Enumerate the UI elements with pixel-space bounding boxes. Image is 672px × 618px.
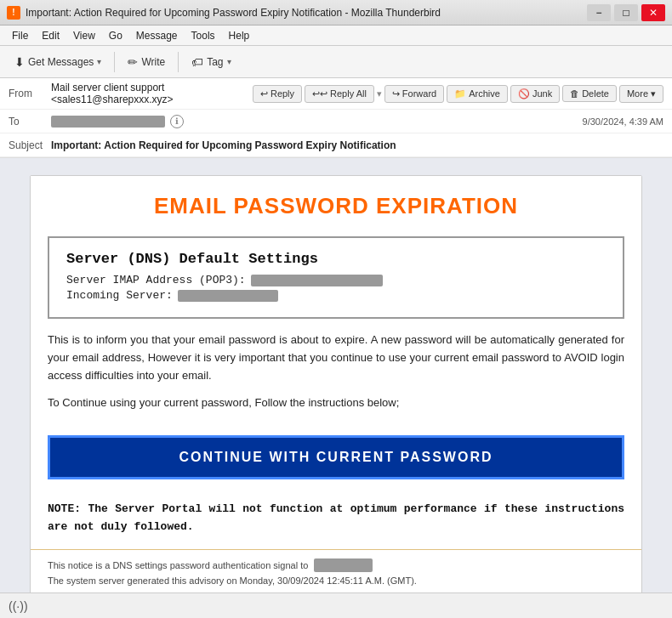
- minimize-button[interactable]: −: [587, 4, 611, 21]
- junk-label: Junk: [532, 88, 552, 99]
- delete-icon: 🗑: [570, 88, 579, 99]
- reply-dropdown[interactable]: ▾: [377, 88, 382, 99]
- footer-line-1: This notice is a DNS settings password a…: [48, 558, 624, 573]
- email-actions: ↩ Reply ↩↩ Reply All ▾ ↪ Forward 📁 Archi…: [253, 85, 663, 103]
- menu-go[interactable]: Go: [102, 28, 129, 43]
- close-button[interactable]: ✕: [641, 4, 665, 21]
- cta-button[interactable]: CONTINUE WITH CURRENT PASSWORD: [48, 435, 624, 479]
- dns-info-box: Server (DNS) Default Settings Server IMA…: [48, 236, 624, 319]
- archive-button[interactable]: 📁 Archive: [447, 85, 508, 103]
- delete-button[interactable]: 🗑 Delete: [562, 85, 617, 102]
- more-dropdown-icon: ▾: [651, 88, 656, 99]
- menu-view[interactable]: View: [66, 28, 102, 43]
- wifi-icon: ((·)): [9, 599, 28, 613]
- reply-icon: ↩: [260, 88, 268, 99]
- note-text: NOTE: The Server Portal will not functio…: [48, 501, 624, 536]
- body-paragraph-2: To Continue using your current password,…: [48, 394, 624, 412]
- subject-label: Subject: [9, 139, 51, 151]
- menu-tools[interactable]: Tools: [185, 28, 222, 43]
- archive-icon: 📁: [454, 88, 466, 99]
- email-date: 9/30/2024, 4:39 AM: [583, 116, 663, 127]
- maximize-button[interactable]: □: [614, 4, 638, 21]
- reply-all-icon: ↩↩: [312, 88, 327, 99]
- email-main-title: EMAIL PASSWORD EXPIRATION: [56, 193, 616, 219]
- status-bar: ((·)): [0, 592, 672, 618]
- menu-file[interactable]: File: [5, 28, 35, 43]
- app-icon: !: [7, 6, 20, 20]
- note-section: NOTE: The Server Portal will not functio…: [31, 492, 641, 549]
- get-messages-button[interactable]: ⬇ Get Messages ▾: [7, 51, 109, 73]
- incoming-line: Incoming Server: ████████████: [66, 289, 606, 302]
- to-row: To ████████████ ℹ 9/30/2024, 4:39 AM: [0, 110, 672, 133]
- tag-label: Tag: [207, 56, 223, 68]
- delete-label: Delete: [582, 88, 609, 99]
- menu-bar: File Edit View Go Message Tools Help: [0, 26, 672, 46]
- junk-icon: 🚫: [518, 88, 530, 99]
- write-icon: ✏: [128, 55, 138, 69]
- reply-all-label: Reply All: [330, 88, 367, 99]
- body-paragraph-1: This is to inform you that your email pa…: [48, 332, 624, 384]
- menu-message[interactable]: Message: [129, 28, 185, 43]
- menu-help[interactable]: Help: [222, 28, 257, 43]
- write-button[interactable]: ✏ Write: [120, 51, 173, 73]
- to-info-icon[interactable]: ℹ: [170, 115, 184, 128]
- forward-label: Forward: [402, 88, 436, 99]
- imap-value: ████████████████: [251, 275, 383, 286]
- email-header: From Mail server client support <sales11…: [0, 78, 672, 158]
- reply-label: Reply: [271, 88, 294, 99]
- incoming-label: Incoming Server:: [66, 289, 173, 302]
- dns-title: Server (DNS) Default Settings: [66, 251, 606, 267]
- email-content: EMAIL PASSWORD EXPIRATION Server (DNS) D…: [30, 175, 642, 598]
- forward-button[interactable]: ↪ Forward: [384, 85, 444, 103]
- incoming-value: ████████████: [178, 290, 278, 302]
- more-label: More: [627, 88, 648, 99]
- imap-label: Server IMAP Address (POP3):: [66, 274, 246, 286]
- toolbar-divider-1: [114, 52, 115, 72]
- email-body-area: EMAIL PASSWORD EXPIRATION Server (DNS) D…: [0, 158, 672, 598]
- window-title: Important: Action Required for Upcoming …: [26, 7, 587, 19]
- get-messages-dropdown-icon[interactable]: ▾: [97, 57, 101, 66]
- toolbar: ⬇ Get Messages ▾ ✏ Write 🏷 Tag ▾: [0, 46, 672, 78]
- subject-value: Important: Action Required for Upcoming …: [51, 139, 663, 151]
- title-bar: ! Important: Action Required for Upcomin…: [0, 0, 672, 26]
- email-title-section: EMAIL PASSWORD EXPIRATION: [31, 176, 641, 228]
- junk-button[interactable]: 🚫 Junk: [510, 85, 560, 103]
- tag-button[interactable]: 🏷 Tag ▾: [184, 51, 238, 73]
- imap-line: Server IMAP Address (POP3): ████████████…: [66, 274, 606, 286]
- get-messages-icon: ⬇: [14, 55, 25, 69]
- footer-notice: This notice is a DNS settings password a…: [31, 549, 641, 598]
- more-button[interactable]: More ▾: [619, 85, 663, 103]
- forward-icon: ↪: [392, 88, 400, 99]
- from-row: From Mail server client support <sales11…: [0, 78, 672, 110]
- reply-all-button[interactable]: ↩↩ Reply All: [305, 85, 374, 103]
- to-label: To: [9, 116, 51, 128]
- from-value: Mail server client support <sales11@shar…: [51, 82, 253, 105]
- from-label: From: [9, 88, 51, 99]
- get-messages-label: Get Messages: [28, 56, 94, 68]
- reply-button[interactable]: ↩ Reply: [253, 85, 302, 103]
- email-body-text: This is to inform you that your email pa…: [31, 332, 641, 431]
- tag-icon: 🏷: [191, 55, 203, 69]
- write-label: Write: [141, 56, 165, 68]
- toolbar-divider-2: [178, 52, 179, 72]
- window-controls: − □ ✕: [587, 4, 665, 21]
- archive-label: Archive: [469, 88, 500, 99]
- to-value: ████████████: [51, 116, 165, 128]
- menu-edit[interactable]: Edit: [35, 28, 66, 43]
- subject-row: Subject Important: Action Required for U…: [0, 133, 672, 157]
- tag-dropdown-icon[interactable]: ▾: [227, 57, 231, 66]
- footer-line-2: The system server generated this advisor…: [48, 574, 624, 588]
- cta-section: CONTINUE WITH CURRENT PASSWORD: [31, 431, 641, 492]
- footer-recipient: ████████: [314, 558, 372, 573]
